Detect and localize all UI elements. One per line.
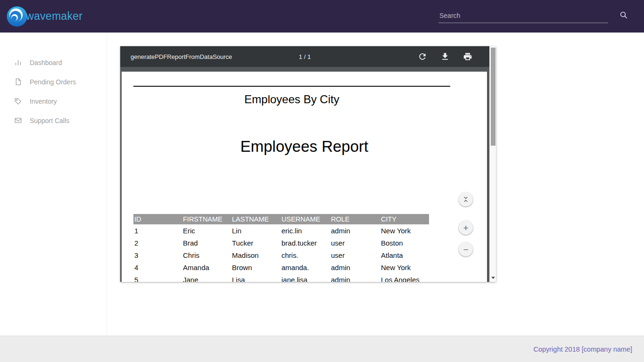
download-icon[interactable]	[440, 52, 450, 61]
table-cell: Chris	[182, 249, 231, 261]
sidebar: Dashboard Pending Orders Inventory Suppo…	[0, 33, 107, 336]
zoom-out-label: −	[463, 245, 468, 254]
page-footer: Copyright 2018 [company name]	[0, 336, 644, 362]
scrollbar-down-arrow-icon[interactable]	[490, 275, 496, 280]
table-cell: jane.lisa	[281, 273, 330, 282]
pdf-document-title: generatePDFReportFromDataSource	[131, 53, 232, 60]
scrollbar-thumb[interactable]	[491, 48, 495, 146]
table-row: 5JaneLisajane.lisaadminLos Angeles	[133, 273, 429, 282]
pdf-scrollbar[interactable]	[489, 46, 496, 282]
envelope-icon	[14, 116, 22, 124]
table-cell: user	[330, 249, 380, 261]
search-input[interactable]	[438, 9, 608, 23]
table-cell: 5	[133, 273, 182, 282]
table-header-row: ID FIRSTNAME LASTNAME USERNAME ROLE CITY	[133, 214, 429, 224]
zoom-in-label: +	[463, 223, 468, 232]
search-icon[interactable]	[619, 11, 628, 19]
header-search	[438, 9, 608, 23]
sidebar-item-pending-orders[interactable]: Pending Orders	[0, 72, 107, 91]
table-cell: Los Angeles	[380, 273, 429, 282]
sidebar-item-label: Pending Orders	[30, 78, 76, 86]
table-row: 4AmandaBrownamanda.adminNew York	[133, 261, 429, 273]
fit-page-icon[interactable]	[459, 192, 473, 206]
table-cell: Lisa	[231, 273, 281, 282]
table-cell: Lin	[231, 224, 281, 237]
pdf-viewer: generatePDFReportFromDataSource 1 / 1	[120, 46, 496, 282]
table-row: 1EricLineric.linadminNew York	[133, 224, 429, 237]
column-header: USERNAME	[281, 214, 330, 224]
table-cell: amanda.	[281, 261, 330, 273]
table-cell: Eric	[182, 224, 231, 237]
table-cell: New York	[380, 261, 429, 273]
logo-text: wavemaker	[26, 10, 83, 23]
table-cell: Boston	[380, 237, 429, 249]
pdf-toolbar: generatePDFReportFromDataSource 1 / 1	[120, 46, 489, 67]
page-indicator: 1 / 1	[299, 53, 311, 60]
table-cell: Jane	[182, 273, 231, 282]
app-header: wavemaker	[0, 0, 644, 33]
table-cell: admin	[330, 273, 380, 282]
document-icon	[14, 78, 22, 86]
rotate-icon[interactable]	[418, 52, 427, 61]
sidebar-item-support-calls[interactable]: Support Calls	[0, 111, 107, 130]
table-cell: eric.lin	[281, 224, 330, 237]
table-cell: Amanda	[182, 261, 231, 273]
table-cell: 1	[133, 224, 182, 237]
employees-table: ID FIRSTNAME LASTNAME USERNAME ROLE CITY…	[133, 214, 429, 282]
report-subtitle: Employees By City	[133, 93, 450, 106]
sidebar-item-label: Support Calls	[30, 117, 69, 124]
zoom-out-button[interactable]: −	[459, 242, 473, 256]
wavemaker-logo-icon	[6, 6, 28, 27]
main-content: generatePDFReportFromDataSource 1 / 1	[107, 33, 644, 336]
sidebar-item-inventory[interactable]: Inventory	[0, 91, 107, 111]
table-cell: Madison	[231, 249, 281, 261]
report-title: Employees Report	[122, 138, 487, 156]
zoom-in-button[interactable]: +	[459, 221, 473, 235]
table-cell: New York	[380, 224, 429, 237]
pdf-content-area: Employees By City Employees Report ID FI…	[120, 67, 489, 282]
column-header: FIRSTNAME	[182, 214, 231, 224]
table-cell: admin	[330, 224, 380, 237]
table-cell: Tucker	[231, 237, 281, 249]
copyright-text: Copyright 2018 [company name]	[533, 346, 632, 353]
wavemaker-logo: wavemaker	[6, 6, 83, 27]
header-rule	[133, 86, 450, 87]
column-header: ROLE	[330, 214, 380, 224]
table-cell: Brad	[182, 237, 231, 249]
table-row: 2BradTuckerbrad.tuckeruserBoston	[133, 237, 429, 249]
table-cell: Brown	[231, 261, 281, 273]
report-table-body: 1EricLineric.linadminNew York2BradTucker…	[133, 224, 429, 282]
bar-chart-icon	[14, 58, 22, 66]
table-row: 3ChrisMadisonchris.userAtlanta	[133, 249, 429, 261]
pdf-page: Employees By City Employees Report ID FI…	[122, 72, 487, 282]
table-cell: user	[330, 237, 380, 249]
tag-icon	[14, 97, 22, 105]
pdf-toolbar-actions	[418, 46, 483, 67]
table-cell: brad.tucker	[281, 237, 330, 249]
table-cell: 2	[133, 237, 182, 249]
table-cell: admin	[330, 261, 380, 273]
column-header: LASTNAME	[231, 214, 281, 224]
print-icon[interactable]	[463, 52, 472, 61]
column-header: ID	[133, 214, 182, 224]
sidebar-item-label: Dashboard	[30, 59, 62, 66]
table-cell: chris.	[281, 249, 330, 261]
column-header: CITY	[380, 214, 429, 224]
table-cell: 3	[133, 249, 182, 261]
table-cell: Atlanta	[380, 249, 429, 261]
sidebar-item-label: Inventory	[30, 98, 57, 105]
table-cell: 4	[133, 261, 182, 273]
sidebar-item-dashboard[interactable]: Dashboard	[0, 53, 107, 72]
